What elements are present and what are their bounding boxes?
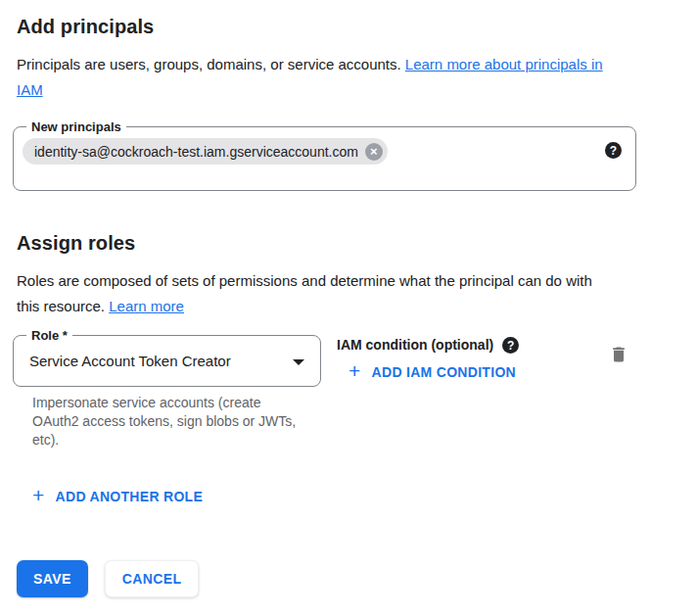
role-column: Role * Service Account Token Creator Imp… <box>17 335 321 450</box>
iam-condition-column: IAM condition (optional) ? + ADD IAM CON… <box>337 335 519 383</box>
plus-icon: + <box>349 362 361 380</box>
role-helper-text: Impersonate service accounts (create OAu… <box>17 394 301 450</box>
roles-description: Roles are composed of sets of permission… <box>17 268 604 319</box>
principal-chip-text: identity-sa@cockroach-test.iam.gservicea… <box>34 144 358 160</box>
add-another-role-button[interactable]: + ADD ANOTHER ROLE <box>32 487 203 506</box>
dropdown-arrow-icon <box>293 359 304 365</box>
page-title: Add principals <box>17 16 698 38</box>
iam-condition-label: IAM condition (optional) <box>337 337 493 354</box>
iam-condition-header: IAM condition (optional) ? <box>337 337 519 354</box>
principal-chip: identity-sa@cockroach-test.iam.gservicea… <box>23 138 388 165</box>
principals-description-text: Principals are users, groups, domains, o… <box>17 56 405 72</box>
role-label: Role * <box>26 327 72 344</box>
delete-role-button[interactable] <box>609 345 628 364</box>
save-button[interactable]: SAVE <box>17 560 88 597</box>
plus-icon: + <box>32 487 45 504</box>
new-principals-field[interactable]: New principals identity-sa@cockroach-tes… <box>13 126 636 191</box>
trash-icon <box>609 345 628 364</box>
learn-more-roles-link[interactable]: Learn more <box>109 298 184 314</box>
help-icon[interactable]: ? <box>605 142 622 159</box>
assign-roles-title: Assign roles <box>17 232 698 255</box>
add-iam-condition-label: ADD IAM CONDITION <box>372 362 516 382</box>
delete-role-column <box>609 335 628 368</box>
add-principals-panel: Add principals Principals are users, gro… <box>0 0 698 597</box>
principals-description: Principals are users, groups, domains, o… <box>17 52 628 103</box>
roles-description-text: Roles are composed of sets of permission… <box>17 272 592 314</box>
new-principals-label: New principals <box>26 118 126 135</box>
role-selected-value: Service Account Token Creator <box>29 353 231 369</box>
help-icon[interactable]: ? <box>502 337 519 354</box>
close-icon[interactable]: × <box>365 143 383 161</box>
add-another-role-label: ADD ANOTHER ROLE <box>56 487 204 506</box>
role-row: Role * Service Account Token Creator Imp… <box>17 335 698 450</box>
role-select[interactable]: Role * Service Account Token Creator <box>13 335 321 387</box>
add-iam-condition-button[interactable]: + ADD IAM CONDITION <box>349 362 516 382</box>
footer-actions: SAVE CANCEL <box>17 560 698 597</box>
cancel-button[interactable]: CANCEL <box>105 560 200 597</box>
